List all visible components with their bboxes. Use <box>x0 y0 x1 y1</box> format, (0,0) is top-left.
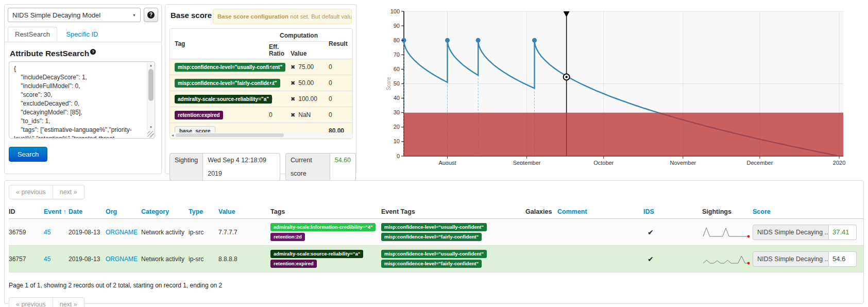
chevron-down-icon: ▼ <box>132 13 136 17</box>
scrollbar-thumb[interactable] <box>148 69 154 101</box>
score-widget: NIDS Simple Decaying ... 54.6 <box>753 251 861 267</box>
model-select-value: NIDS Simple Decaying Model <box>12 11 100 19</box>
multiply-icon: ✖ <box>291 112 295 118</box>
col-ids[interactable]: IDS <box>643 208 702 215</box>
svg-text:2020: 2020 <box>833 160 845 165</box>
base-score-table: Tag Computation Eff.Ratio Value Result m… <box>169 28 353 139</box>
col-tags: Tags <box>270 208 381 215</box>
result-value: 0 <box>329 111 351 118</box>
sightings-sparkline <box>702 223 753 242</box>
question-icon: ? <box>147 11 155 19</box>
pagination-summary: Page 1 of 1, showing 2 records out of 2 … <box>9 282 863 289</box>
svg-text:90: 90 <box>394 23 400 29</box>
attribute-value: 7.7.7.7 <box>218 229 270 236</box>
attribute-type: ip-src <box>189 255 218 263</box>
tag-numerical-value: 100.00 <box>298 95 317 103</box>
svg-text:20: 20 <box>394 124 400 130</box>
help-button[interactable]: ? <box>144 8 158 22</box>
svg-text:0: 0 <box>397 153 400 159</box>
col-org[interactable]: Org <box>106 208 141 215</box>
score-value: 37.41 <box>829 225 857 240</box>
attribute-row: 36759 45 2019-08-13 ORGNAME Network acti… <box>9 219 863 246</box>
base-score-row: retention:expired 0 ✖NaN 0 <box>170 107 352 123</box>
tag-badge: retention:2d <box>270 233 305 241</box>
result-value: 0 <box>329 79 351 87</box>
event-tag-badge: misp:confidence-level="usually-confident… <box>381 250 487 258</box>
col-event[interactable]: Event ↑ <box>44 208 69 215</box>
question-icon: ? <box>90 49 96 55</box>
vertical-scrollbar[interactable]: ▴ ▾ <box>147 62 154 130</box>
svg-text:September: September <box>513 160 541 165</box>
col-date[interactable]: Date <box>69 208 106 215</box>
next-page-button[interactable]: next » <box>53 185 84 199</box>
sighting-display: Sighting Wed Sep 4 12:18:09 2019 <box>169 153 280 181</box>
eff-ratio-value: 0 <box>269 95 291 103</box>
scroll-left-icon[interactable]: ◂ <box>169 133 176 138</box>
score-widget: NIDS Simple Decaying ... 37.41 <box>753 225 861 240</box>
attribute-id: 36757 <box>9 255 44 263</box>
tag-numerical-value: 50.00 <box>298 79 314 87</box>
horizontal-scrollbar[interactable]: ◂ <box>169 132 353 138</box>
attribute-type: ip-src <box>189 229 218 236</box>
svg-text:60: 60 <box>394 66 400 72</box>
col-value[interactable]: Value <box>218 208 270 215</box>
next-page-button[interactable]: next » <box>53 297 84 307</box>
ids-check-icon: ✔ <box>643 228 702 236</box>
attribute-date: 2019-08-13 <box>69 229 106 236</box>
svg-text:70: 70 <box>394 52 400 58</box>
col-comment[interactable]: Comment <box>557 208 643 215</box>
eff-ratio-value: 0 <box>269 63 291 71</box>
event-tag-badge: misp:confidence-level="fairly-confident" <box>381 260 482 268</box>
search-button[interactable]: Search <box>9 147 47 162</box>
col-score[interactable]: Score <box>753 208 861 215</box>
org-link[interactable]: ORGNAME <box>106 229 141 236</box>
col-id: ID <box>9 208 44 215</box>
result-value: 0 <box>329 63 351 71</box>
pagination-top: « previous next » <box>9 185 84 199</box>
event-tag-badge: misp:confidence-level="fairly-confident" <box>381 233 482 241</box>
results-table-header: ID Event ↑ Date Org Category Type Value … <box>9 204 863 219</box>
col-value: Value <box>291 44 329 57</box>
previous-page-button[interactable]: « previous <box>9 297 53 307</box>
svg-text:December: December <box>747 160 773 165</box>
svg-text:August: August <box>438 160 456 165</box>
svg-text:80: 80 <box>394 37 400 43</box>
tag-badge: admiralty-scale:information-credibility=… <box>270 223 376 231</box>
resize-grip[interactable] <box>147 131 154 138</box>
scrollbar-thumb[interactable] <box>176 133 284 137</box>
tag-badge: retention:expired <box>175 111 223 120</box>
col-result: Result <box>329 29 351 59</box>
eff-ratio-value: 0 <box>269 111 291 118</box>
restsearch-json-input[interactable]: { "includeDecayScore": 1, "includeFullMo… <box>9 61 155 139</box>
previous-page-button[interactable]: « previous <box>9 185 53 199</box>
base-score-row: admiralty-scale:source-reliability="a" 0… <box>170 91 352 107</box>
svg-text:40: 40 <box>394 95 400 101</box>
multiply-icon: ✖ <box>291 80 295 86</box>
event-link[interactable]: 45 <box>44 255 69 263</box>
col-computation: Computation <box>269 32 329 42</box>
model-select[interactable]: NIDS Simple Decaying Model ▼ <box>8 8 141 22</box>
event-link[interactable]: 45 <box>44 229 69 236</box>
base-score-panel: Base score Base score configuration not … <box>165 4 356 174</box>
tab-specific-id[interactable]: Specific ID <box>59 27 105 41</box>
scroll-down-icon[interactable]: ▾ <box>147 124 155 130</box>
search-tabs: RestSearch Specific ID <box>5 26 161 42</box>
sighting-label: Sighting <box>169 153 203 181</box>
org-link[interactable]: ORGNAME <box>106 255 141 263</box>
svg-text:November: November <box>670 160 696 165</box>
svg-text:50: 50 <box>394 80 400 87</box>
tab-restsearch[interactable]: RestSearch <box>8 27 57 42</box>
scroll-up-icon[interactable]: ▴ <box>147 62 155 69</box>
decay-score-chart[interactable]: 0102030405060708090100AugustSeptemberOct… <box>358 4 868 165</box>
current-score-display: Current score 54.60 <box>285 153 356 181</box>
svg-text:October: October <box>593 160 614 165</box>
score-model-name: NIDS Simple Decaying ... <box>753 251 829 267</box>
col-sightings: Sightings <box>702 208 753 215</box>
col-event-tags: Event Tags <box>381 208 525 215</box>
ids-check-icon: ✔ <box>643 255 702 263</box>
current-score-label: Current score <box>285 153 330 181</box>
tag-badge: admiralty-scale:source-reliability="a" <box>270 250 363 258</box>
attribute-value: 8.8.8.8 <box>218 255 270 263</box>
col-category[interactable]: Category <box>141 208 189 215</box>
col-type[interactable]: Type <box>189 208 218 215</box>
